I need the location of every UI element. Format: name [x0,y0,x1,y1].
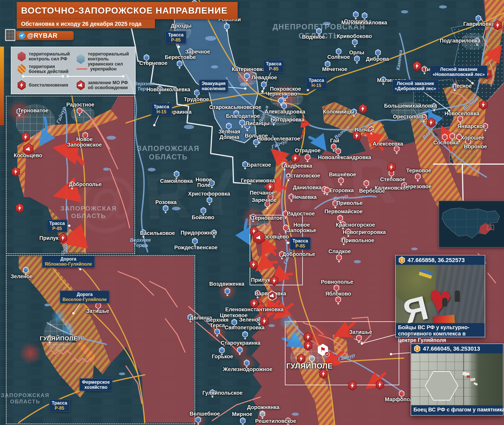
clash-icon [249,259,258,270]
town-label: Алексеевка [373,141,403,146]
town-label: Богодаровка [270,117,304,122]
town-label: Лесное [453,83,472,89]
town-label: Новоскелеватое [257,136,300,141]
town-label: Привольное [342,238,374,243]
photo-2-coordinates: 47.666045, 36.253013 [423,345,480,352]
town-label: Новое Запорожье [287,222,316,233]
town-label: Горькое [212,354,233,359]
town-pin [163,205,168,212]
town-pin [207,197,212,203]
town-pin [353,11,359,18]
town-label: Бойково [192,215,214,220]
town-pin [305,154,310,160]
legend-label: территориальный контроль сил РФ [29,52,70,62]
town-label: Диброва [366,56,389,62]
town-label: Радостное [287,211,315,216]
page-title: ВОСТОЧНО-ЗАПОРОЖСКОЕ НАПРАВЛЕНИЕ [21,6,228,16]
town-label: Январское [457,124,485,129]
town-label: Яблоково [325,291,351,297]
town-label: Отрадное [295,148,321,153]
legend-divider-dot [122,75,124,78]
town-label: Нечаевка [292,194,317,200]
town-pin [281,102,287,109]
legend-label: заявление МО РФ об освобождении [88,80,128,90]
clash-icon [376,379,384,390]
town-pin [244,359,250,366]
clash-icon [291,153,300,164]
soldier-figure [455,290,460,302]
town-label: Христофоровка [188,191,230,197]
combat-zone-icon [17,64,26,74]
road-badge: ТрассаР-85 [166,31,186,44]
town-pin [476,15,481,22]
subtitle-banner: Обстановка к исходу 26 декабря 2025 года [17,19,155,28]
town-label: Маломихайловка [341,20,387,25]
clash-icon [250,298,259,309]
legend-item-clash: боестолкновения [17,80,68,90]
photo-panel-2: 2 47.666045, 36.253013 Боец ВС РФ с флаг… [411,344,504,416]
town-label: Первомайское [324,209,363,214]
town-pin [335,148,341,154]
clash-icon [427,118,436,128]
town-label: Приволье [336,200,363,206]
town-label: Терноватое [252,215,282,221]
clash-icon [479,100,488,110]
town-label: Берестовое [165,54,196,60]
town-label: Большемихайловка [384,103,437,109]
mod-statement-icon [253,231,265,245]
town-pin [337,215,343,221]
town-label: Красногорское [336,222,375,228]
town-label: Сосновка [433,140,459,146]
legend-divider-dot [62,75,64,78]
callout-dot [287,242,289,244]
town-label: Писанцы [246,121,269,126]
title-banner: ВОСТОЧНО-ЗАПОРОЖСКОЕ НАПРАВЛЕНИЕ [17,2,238,19]
legend-item-combat: территория боевых действий [17,64,68,74]
clash-icon [297,354,306,364]
town-label: Александровка [265,109,305,114]
mod-statement-icon-white [268,291,277,301]
legend-label: территория боевых действий [29,64,68,74]
town-label: Покровское [270,86,301,92]
town-label: Доброполье [282,252,315,257]
town-label: Воздвиженка [209,281,244,287]
callout-dot [153,124,155,126]
town-label: Вишнёвое [329,172,356,177]
callout-dot [244,87,247,90]
soldier-figure [442,298,447,306]
marker-1-icon: 1 [398,256,405,264]
town-pin [260,411,265,417]
town-label: Андреевка [284,163,312,169]
callout-dot [178,46,180,48]
town-label: Зеленая Долина [219,129,240,140]
town-label: Дрозды [171,23,191,28]
road-badge: ТрассаР-85 [290,237,311,250]
town-label: Благодатное [226,113,260,119]
clash-icon [387,162,396,172]
town-pin [338,177,344,184]
town-pin [200,207,206,214]
legend-item-mod: заявление МО РФ об освобождении [76,80,128,90]
town-label: Староукраинка [221,340,261,346]
town-pin [335,296,341,303]
town-pin [457,115,463,122]
town-label: Березовое [403,184,431,189]
photo-2-image [411,353,503,405]
town-label: Зеленое [239,317,261,323]
town-label: Катериновка [232,66,265,72]
town-label: Ровнополье [321,279,353,285]
legend-divider [23,76,63,77]
info-badge: Лесной заказник«Новопавловский лес» [430,66,487,78]
legend-item-ua: территориальный контроль украинских сил [76,52,135,66]
mod-statement-icon [76,80,85,90]
legend-accent-strip [0,47,4,125]
town-label: Сторчевое [139,60,167,66]
town-label: Гуляйпольское [202,390,242,396]
town-label: Заречное [252,197,277,203]
town-pin [177,60,182,67]
town-label: Водяное [302,34,325,40]
blue-activity-glow [288,327,305,345]
legend-divider-dot [67,75,69,78]
channel-badge[interactable]: @RYBAR [16,31,74,40]
photo-2-header: 2 47.666045, 36.253013 [411,344,503,353]
